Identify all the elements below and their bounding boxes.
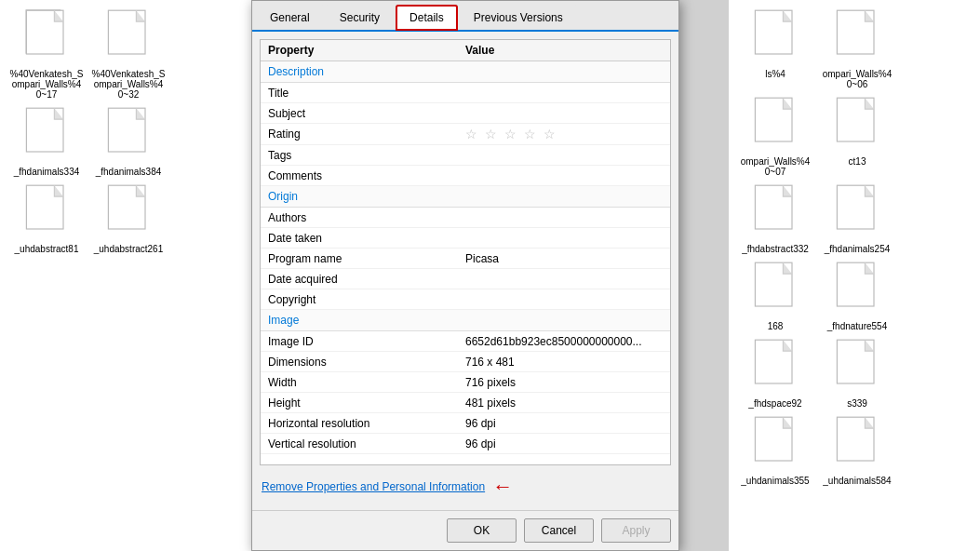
- file-name: _fhdanimals384: [96, 167, 162, 177]
- table-row: Authors: [261, 208, 670, 228]
- right-file-area: ls%4 ompari_Walls%4 0~06 ompari_Walls%4 …: [729, 0, 980, 551]
- table-body[interactable]: Description Title Subject Rating ☆ ☆ ☆ ☆…: [261, 61, 670, 464]
- prop-datetaken-label: Date taken: [268, 232, 465, 245]
- rating-stars[interactable]: ☆ ☆ ☆ ☆ ☆: [465, 127, 663, 141]
- prop-rating-label: Rating: [268, 128, 465, 141]
- file-icon: [752, 339, 799, 395]
- table-row: Tags: [261, 145, 670, 166]
- file-name: _fhdspace92: [748, 398, 801, 409]
- table-header: Property Value: [261, 40, 670, 61]
- file-name: ls%4: [765, 69, 785, 79]
- list-item[interactable]: _fhdnature554: [820, 262, 894, 331]
- list-item[interactable]: _uhdabstract81: [9, 184, 84, 254]
- prop-dimensions-value: 716 x 481: [465, 356, 663, 369]
- remove-link-row: Remove Properties and Personal Informati…: [260, 471, 671, 503]
- file-name: _uhdabstract81: [15, 244, 79, 254]
- list-item[interactable]: ls%4: [738, 9, 812, 89]
- file-name: %40Venkatesh_S ompari_Walls%4 0~32: [91, 69, 166, 100]
- file-icon: [834, 262, 880, 317]
- file-icon: [752, 184, 799, 240]
- section-image: Image: [261, 310, 670, 331]
- prop-hres-value: 96 dpi: [465, 417, 663, 430]
- table-row: Title: [261, 83, 670, 103]
- list-item[interactable]: _uhdanimals355: [738, 416, 812, 486]
- file-icon: [23, 107, 70, 163]
- file-icon: [752, 262, 799, 317]
- list-item[interactable]: _fhdspace92: [738, 339, 812, 409]
- prop-dateacquired-label: Date acquired: [268, 273, 465, 286]
- remove-properties-link[interactable]: Remove Properties and Personal Informati…: [262, 480, 485, 493]
- prop-width-value: 716 pixels: [465, 376, 663, 389]
- table-row: Subject: [261, 103, 670, 124]
- file-name: s339: [847, 398, 867, 409]
- file-name: ompari_Walls%4 0~06: [820, 69, 894, 89]
- file-name: _fhdnature554: [827, 321, 888, 331]
- table-row: Image ID 6652d61bb923ec8500000000000...: [261, 331, 670, 352]
- col-property-header: Property: [268, 44, 465, 57]
- cancel-button[interactable]: Cancel: [524, 518, 594, 543]
- section-description: Description: [261, 61, 670, 83]
- list-item[interactable]: _uhdabstract261: [91, 184, 166, 254]
- apply-button[interactable]: Apply: [601, 518, 671, 543]
- prop-height-label: Height: [268, 396, 465, 410]
- prop-hres-label: Horizontal resolution: [268, 417, 465, 430]
- list-item[interactable]: ompari_Walls%4 0~07: [738, 97, 812, 177]
- prop-imageid-value: 6652d61bb923ec8500000000000...: [465, 335, 663, 348]
- list-item[interactable]: ct13: [820, 97, 894, 177]
- list-item[interactable]: 168: [738, 262, 812, 331]
- file-icon: [834, 416, 880, 472]
- list-item[interactable]: _uhdanimals584: [820, 416, 894, 486]
- left-file-area: %40Venkatesh_S ompari_Walls%4 0~17 %40Ve…: [0, 0, 251, 551]
- table-row: Date acquired: [261, 269, 670, 289]
- list-item[interactable]: _fhdanimals334: [9, 107, 84, 177]
- file-name: ompari_Walls%4 0~07: [738, 156, 812, 177]
- list-item[interactable]: _fhdanimals384: [91, 107, 166, 177]
- section-origin: Origin: [261, 186, 670, 208]
- prop-programname-value: Picasa: [465, 252, 663, 265]
- file-name: _fhdanimals254: [825, 244, 891, 254]
- prop-width-label: Width: [268, 376, 465, 389]
- prop-authors-label: Authors: [268, 211, 465, 224]
- file-name: _uhdabstract261: [94, 244, 164, 254]
- file-icon: [834, 9, 880, 65]
- table-row: Rating ☆ ☆ ☆ ☆ ☆: [261, 124, 670, 145]
- list-item[interactable]: ompari_Walls%4 0~06: [820, 9, 894, 89]
- file-name: %40Venkatesh_S ompari_Walls%4 0~17: [9, 69, 84, 100]
- list-item[interactable]: _fhdanimals254: [820, 184, 894, 254]
- prop-subject-label: Subject: [268, 107, 465, 120]
- ok-button[interactable]: OK: [447, 518, 517, 543]
- prop-dimensions-label: Dimensions: [268, 356, 465, 369]
- list-item[interactable]: _fhdabstract332: [738, 184, 812, 254]
- file-icon: [752, 416, 799, 472]
- tab-general[interactable]: General: [256, 5, 324, 30]
- prop-imageid-label: Image ID: [268, 335, 465, 348]
- file-icon: [834, 339, 880, 395]
- tab-details[interactable]: Details: [396, 5, 458, 31]
- prop-vres-label: Vertical resolution: [268, 437, 465, 450]
- file-icon: [105, 184, 152, 240]
- file-icon: [752, 9, 799, 65]
- file-name: ct13: [849, 156, 866, 167]
- table-row: Program name Picasa: [261, 249, 670, 269]
- file-name: _fhdanimals334: [14, 167, 80, 177]
- prop-copyright-label: Copyright: [268, 293, 465, 306]
- tab-previous-versions[interactable]: Previous Versions: [460, 5, 577, 30]
- properties-table: Property Value Description Title Subject…: [260, 39, 671, 465]
- tab-security[interactable]: Security: [326, 5, 394, 30]
- table-row: Date taken: [261, 228, 670, 249]
- prop-height-value: 481 pixels: [465, 396, 663, 410]
- file-name: _uhdanimals584: [823, 476, 891, 486]
- list-item[interactable]: %40Venkatesh_S ompari_Walls%4 0~17: [9, 9, 84, 100]
- table-row: Comments: [261, 166, 670, 186]
- prop-comments-label: Comments: [268, 169, 465, 182]
- list-item[interactable]: %40Venkatesh_S ompari_Walls%4 0~32: [91, 9, 166, 100]
- table-row: Width 716 pixels: [261, 372, 670, 393]
- properties-dialog: General Security Details Previous Versio…: [251, 0, 679, 551]
- dialog-content: Property Value Description Title Subject…: [252, 32, 678, 510]
- table-row: Height 481 pixels: [261, 393, 670, 413]
- file-icon: [105, 9, 152, 65]
- arrow-icon: ←: [492, 475, 513, 499]
- list-item[interactable]: s339: [820, 339, 894, 409]
- table-row: Copyright: [261, 289, 670, 310]
- file-name: _fhdabstract332: [742, 244, 809, 254]
